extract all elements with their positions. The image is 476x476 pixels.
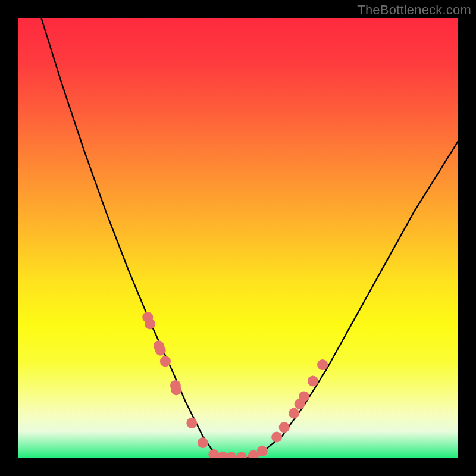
data-marker — [289, 408, 299, 419]
data-marker — [236, 452, 247, 459]
data-marker — [198, 437, 208, 448]
data-marker — [186, 418, 197, 428]
curve-path — [18, 18, 458, 458]
data-marker — [308, 376, 318, 387]
data-marker — [160, 356, 171, 367]
data-marker — [299, 391, 309, 402]
data-marker — [279, 422, 290, 433]
data-marker — [171, 384, 181, 395]
chart-frame: TheBottleneck.com — [0, 0, 476, 476]
data-marker — [226, 452, 237, 459]
data-marker — [271, 432, 282, 443]
data-marker — [317, 359, 328, 370]
data-marker — [257, 446, 268, 456]
data-markers — [142, 312, 328, 458]
data-marker — [145, 318, 155, 329]
bottleneck-curve — [18, 18, 458, 458]
plot-area — [18, 18, 458, 458]
curve-layer — [18, 18, 458, 458]
data-marker — [155, 345, 166, 356]
watermark-text: TheBottleneck.com — [357, 2, 471, 18]
